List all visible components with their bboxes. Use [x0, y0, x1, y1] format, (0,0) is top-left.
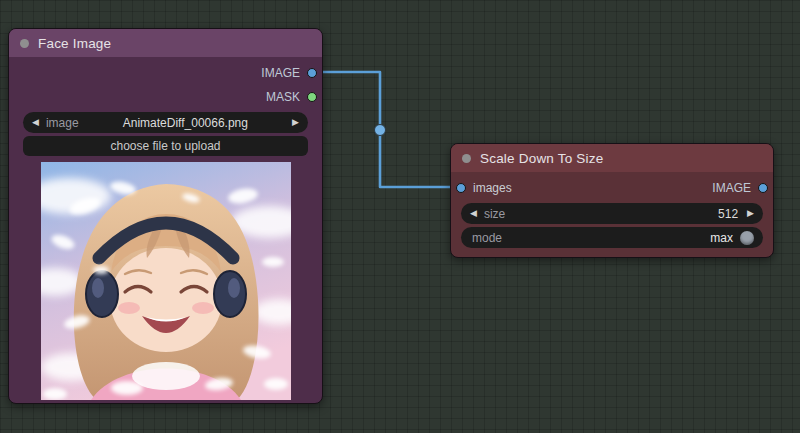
- anime-portrait-illustration: [41, 162, 291, 400]
- size-decrement-arrow-icon[interactable]: ◀: [470, 209, 477, 218]
- input-label-images: images: [473, 181, 512, 195]
- output-label-image: IMAGE: [712, 181, 751, 195]
- input-port-images[interactable]: [456, 183, 466, 193]
- output-port-mask[interactable]: [307, 92, 317, 102]
- size-value: 512: [505, 207, 738, 221]
- choose-file-button[interactable]: choose file to upload: [23, 136, 308, 156]
- node-graph-canvas[interactable]: Face Image IMAGE MASK ◀ image AnimateDif…: [0, 0, 800, 433]
- output-port-image[interactable]: [758, 183, 768, 193]
- mode-toggle-knob-icon[interactable]: [740, 231, 754, 245]
- size-increment-arrow-icon[interactable]: ▶: [747, 209, 754, 218]
- node-scale-titlebar[interactable]: Scale Down To Size: [451, 144, 773, 172]
- node-title: Scale Down To Size: [480, 151, 603, 166]
- mode-value: max: [710, 231, 733, 245]
- combo-prev-arrow-icon[interactable]: ◀: [32, 118, 39, 127]
- node-title: Face Image: [38, 36, 111, 51]
- mode-toggle-widget[interactable]: mode max: [461, 227, 763, 248]
- output-row-mask: MASK: [9, 85, 322, 109]
- combo-value: AnimateDiff_00066.png: [79, 116, 292, 130]
- face-image-preview: [41, 162, 291, 400]
- output-row-image: IMAGE: [9, 61, 322, 85]
- io-row: images IMAGE: [451, 176, 773, 200]
- input-images: images: [456, 181, 512, 195]
- node-face-titlebar[interactable]: Face Image: [9, 29, 322, 57]
- size-label: size: [484, 207, 505, 221]
- output-port-image[interactable]: [307, 68, 317, 78]
- output-image: IMAGE: [712, 181, 768, 195]
- output-label-image: IMAGE: [261, 66, 300, 80]
- node-scale-down-to-size[interactable]: Scale Down To Size images IMAGE ◀ size 5…: [450, 143, 774, 258]
- link-midpoint-dot[interactable]: [375, 125, 386, 136]
- combo-label: image: [46, 116, 79, 130]
- image-combo-widget[interactable]: ◀ image AnimateDiff_00066.png ▶: [23, 112, 308, 133]
- node-face-image[interactable]: Face Image IMAGE MASK ◀ image AnimateDif…: [8, 28, 323, 404]
- collapse-dot[interactable]: [20, 39, 29, 48]
- mode-label: mode: [472, 231, 502, 245]
- collapse-dot[interactable]: [462, 154, 471, 163]
- size-number-widget[interactable]: ◀ size 512 ▶: [461, 203, 763, 224]
- output-label-mask: MASK: [266, 90, 300, 104]
- combo-next-arrow-icon[interactable]: ▶: [292, 118, 299, 127]
